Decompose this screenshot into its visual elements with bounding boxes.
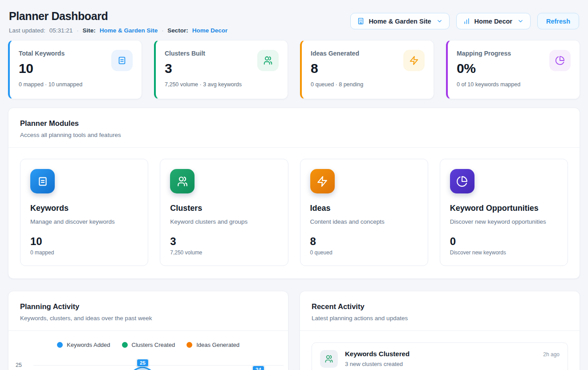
legend-dot-blue [57,342,63,348]
module-subtext: 7,250 volume [170,249,278,256]
users-icon [257,50,279,71]
last-updated-value: 05:31:21 [49,27,73,34]
site-link[interactable]: Home & Garden Site [100,27,158,34]
legend-label: Clusters Created [132,342,175,348]
module-subtext: Discover new keywords [450,249,558,256]
meta-separator: · [77,28,78,34]
recent-activity-subtitle: Latest planning actions and updates [312,315,568,322]
recent-activity-title: Recent Activity [312,302,568,311]
module-title: Keyword Opportunities [450,204,558,213]
modules-panel-subtitle: Access all planning tools and features [20,132,568,138]
module-title: Clusters [170,204,278,213]
legend-label: Keywords Added [67,342,110,348]
bottom-row: Planning Activity Keywords, clusters, an… [8,291,580,370]
header-left: Planner Dashboard Last updated: 05:31:21… [9,10,227,34]
module-description: Keyword clusters and groups [170,218,278,225]
stat-subtext: 0 queued · 8 pending [311,81,425,88]
modules-panel-header: Planner Modules Access all planning tool… [8,108,580,148]
sector-selector-value: Home Decor [474,18,512,25]
module-card-ideas[interactable]: Ideas Content ideas and concepts 8 0 que… [300,159,428,266]
stat-card-total-keywords: Total Keywords 10 0 mapped · 10 unmapped [8,40,142,99]
data-point-label-24: 24 [252,366,264,370]
planning-activity-header: Planning Activity Keywords, clusters, an… [8,291,288,331]
file-text-icon [111,50,133,71]
module-title: Ideas [310,204,418,213]
stat-subtext: 7,250 volume · 3 avg keywords [165,81,279,88]
module-subtext: 0 queued [310,249,418,256]
activity-item-timestamp: 2h ago [543,351,560,358]
module-title: Keywords [30,204,138,213]
legend-item-ideas-generated[interactable]: Ideas Generated [187,342,239,348]
module-description: Manage and discover keywords [30,218,138,225]
module-description: Discover new keyword opportunities [450,218,558,225]
header-meta: Last updated: 05:31:21 · Site: Home & Ga… [9,27,227,34]
module-value: 8 [310,235,418,248]
legend-label: Ideas Generated [196,342,239,348]
site-selector-value: Home & Garden Site [369,18,431,25]
bar-chart-icon [463,17,470,25]
activity-item-body: Keywords Clustered 2h ago 3 new clusters… [345,350,560,367]
stat-subtext: 0 of 10 keywords mapped [457,81,571,88]
modules-panel-title: Planner Modules [20,119,568,128]
module-card-keyword-opportunities[interactable]: Keyword Opportunities Discover new keywo… [440,159,568,266]
header-controls: Home & Garden Site Home Decor Refresh [350,13,579,29]
legend-dot-orange [187,342,192,348]
sector-selector-dropdown[interactable]: Home Decor [456,13,531,29]
pie-chart-icon [549,50,571,71]
stat-card-mapping-progress: Mapping Progress 0% 0 of 10 keywords map… [446,40,580,99]
sector-link[interactable]: Home Decor [192,27,228,34]
file-text-icon [30,169,55,193]
modules-grid: Keywords Manage and discover keywords 10… [8,148,580,278]
site-label: Site: [82,27,95,34]
last-updated-label: Last updated: [9,27,45,34]
module-card-keywords[interactable]: Keywords Manage and discover keywords 10… [20,159,148,266]
users-icon [320,350,338,368]
pie-chart-icon [450,169,474,193]
site-selector-dropdown[interactable]: Home & Garden Site [350,13,449,29]
legend-dot-green [122,342,128,348]
legend-item-clusters-created[interactable]: Clusters Created [122,342,175,348]
planning-activity-subtitle: Keywords, clusters, and ideas over the p… [20,315,276,322]
activity-item-description: 3 new clusters created [345,361,560,367]
module-subtext: 0 mapped [30,249,138,256]
planner-modules-panel: Planner Modules Access all planning tool… [8,108,580,279]
module-description: Content ideas and concepts [310,218,418,225]
sector-label: Sector: [167,27,188,34]
zap-icon [403,50,425,71]
module-card-clusters[interactable]: Clusters Keyword clusters and groups 3 7… [160,159,288,266]
planner-dashboard-page: Planner Dashboard Last updated: 05:31:21… [0,0,588,370]
meta-separator: · [162,28,163,34]
recent-activity-header: Recent Activity Latest planning actions … [300,291,580,331]
module-value: 10 [30,235,138,248]
zap-icon [310,169,335,193]
recent-activity-panel: Recent Activity Latest planning actions … [300,291,580,370]
planning-activity-panel: Planning Activity Keywords, clusters, an… [8,291,288,370]
refresh-button[interactable]: Refresh [537,13,579,29]
stat-card-clusters-built: Clusters Built 3 7,250 volume · 3 avg ke… [154,40,288,99]
activity-item-title: Keywords Clustered [345,350,410,358]
module-value: 0 [450,235,558,248]
chevron-down-icon [436,18,443,24]
data-point-label-25: 25 [137,359,149,367]
y-axis-tick-25: 25 [16,362,22,368]
stat-subtext: 0 mapped · 10 unmapped [19,81,133,88]
activity-chart-plot-area: 25 25 24 [8,354,288,370]
chevron-down-icon [517,18,524,24]
users-icon [170,169,195,193]
module-value: 3 [170,235,278,248]
stat-card-ideas-generated: Ideas Generated 8 0 queued · 8 pending [300,40,434,99]
page-header: Planner Dashboard Last updated: 05:31:21… [8,7,580,35]
chart-legend: Keywords Added Clusters Created Ideas Ge… [8,342,288,348]
stats-row: Total Keywords 10 0 mapped · 10 unmapped… [8,40,580,99]
legend-item-keywords-added[interactable]: Keywords Added [57,342,110,348]
page-title: Planner Dashboard [9,10,227,23]
building-icon [357,17,365,25]
planning-activity-title: Planning Activity [20,302,276,311]
activity-item-keywords-clustered: Keywords Clustered 2h ago 3 new clusters… [312,342,568,370]
